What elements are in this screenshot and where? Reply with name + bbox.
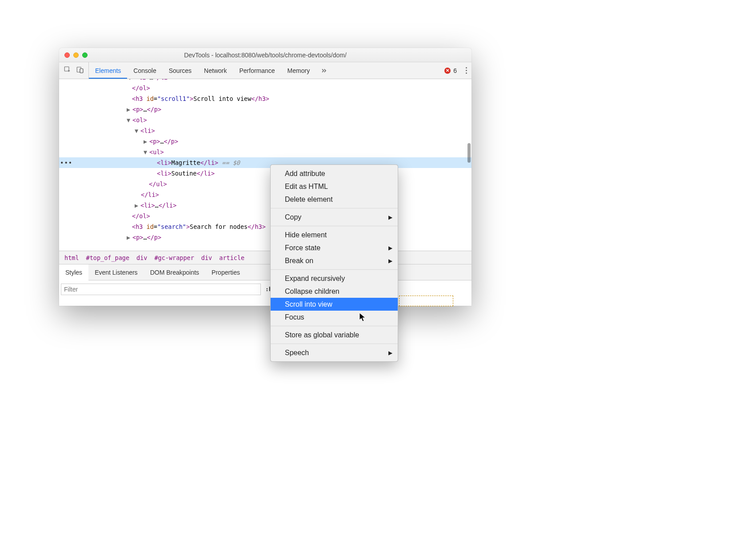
main-toolbar: Elements Console Sources Network Perform…: [59, 62, 471, 79]
crumb-top-of-page[interactable]: #top_of_page: [84, 253, 132, 262]
dom-line[interactable]: ▼<li>: [59, 125, 471, 136]
expand-arrow-icon[interactable]: ▼: [135, 125, 139, 136]
dom-line[interactable]: ▶<p>…</p>: [59, 104, 471, 115]
window-title: DevTools - localhost:8080/web/tools/chro…: [59, 52, 471, 59]
new-style-rule-hint[interactable]: [399, 296, 453, 306]
crumb-gc-wrapper[interactable]: #gc-wrapper: [152, 253, 196, 262]
zoom-icon[interactable]: [82, 52, 88, 58]
error-count-badge[interactable]: ✕ 6: [440, 62, 461, 79]
tab-elements[interactable]: Elements: [89, 62, 127, 79]
tab-memory[interactable]: Memory: [281, 62, 316, 79]
tab-console[interactable]: Console: [127, 62, 162, 79]
menu-item-delete-element[interactable]: Delete element: [271, 193, 398, 206]
menu-item-break-on[interactable]: Break on▶: [271, 254, 398, 267]
dom-line[interactable]: ▼<ol>: [59, 115, 471, 125]
toolbar-tabs: Elements Console Sources Network Perform…: [89, 62, 316, 79]
submenu-arrow-icon: ▶: [388, 258, 392, 264]
dom-line[interactable]: <li>Soutine</li>: [59, 168, 471, 179]
inspect-element-icon[interactable]: [64, 66, 72, 75]
more-tabs-icon[interactable]: [316, 62, 332, 79]
dom-breadcrumbs: html #top_of_page div #gc-wrapper div ar…: [59, 251, 471, 264]
menu-item-expand-recursively[interactable]: Expand recursively: [271, 272, 398, 285]
expand-arrow-icon[interactable]: ▶: [135, 200, 139, 211]
settings-menu-icon[interactable]: [461, 62, 471, 79]
subtab-properties[interactable]: Properties: [205, 264, 246, 280]
menu-item-edit-as-html[interactable]: Edit as HTML: [271, 180, 398, 193]
selected-line-gutter-icon: •••: [60, 157, 72, 168]
devtools-window: DevTools - localhost:8080/web/tools/chro…: [59, 48, 471, 306]
menu-item-focus[interactable]: Focus: [271, 311, 398, 324]
menu-item-scroll-into-view[interactable]: Scroll into view: [271, 298, 398, 311]
menu-item-force-state[interactable]: Force state▶: [271, 241, 398, 254]
dom-line[interactable]: <h3 id="search">Search for nodes</h3>: [59, 221, 471, 232]
dom-line[interactable]: </ol>: [59, 211, 471, 221]
subtab-event-listeners[interactable]: Event Listeners: [88, 264, 144, 280]
subtab-dom-breakpoints[interactable]: DOM Breakpoints: [144, 264, 205, 280]
dom-line[interactable]: </li>: [59, 189, 471, 200]
dom-line[interactable]: <h3 id="scroll1">Scroll into view</h3>: [59, 93, 471, 104]
submenu-arrow-icon: ▶: [388, 245, 392, 251]
menu-item-collapse-children[interactable]: Collapse children: [271, 285, 398, 298]
traffic-lights: [64, 52, 88, 58]
menu-separator: [271, 269, 398, 270]
subtab-styles[interactable]: Styles: [59, 264, 88, 280]
crumb-div-2[interactable]: div: [199, 253, 215, 262]
menu-item-add-attribute[interactable]: Add attribute: [271, 167, 398, 180]
dom-line[interactable]: ▶<p>…</p>: [59, 232, 471, 243]
error-icon: ✕: [444, 68, 451, 74]
expand-arrow-icon[interactable]: ▶: [127, 232, 131, 243]
menu-separator: [271, 344, 398, 344]
device-toolbar-icon[interactable]: [76, 66, 84, 75]
expand-arrow-icon[interactable]: ▶: [144, 136, 148, 147]
tab-network[interactable]: Network: [198, 62, 233, 79]
svg-rect-2: [80, 69, 83, 73]
dom-line[interactable]: ▶<p>…</p>: [59, 136, 471, 147]
crumb-div-1[interactable]: div: [134, 253, 150, 262]
scrollbar-thumb[interactable]: [467, 143, 471, 163]
crumb-article[interactable]: article: [216, 253, 247, 262]
crumb-html[interactable]: html: [62, 253, 82, 262]
toolbar-leading-tools: [59, 62, 89, 79]
menu-separator: [271, 208, 398, 208]
dom-line[interactable]: ▶<li>…</li>: [59, 200, 471, 211]
error-count: 6: [453, 67, 457, 74]
context-menu: Add attributeEdit as HTMLDelete elementC…: [270, 164, 398, 362]
expand-arrow-icon[interactable]: ▶: [127, 104, 131, 115]
dom-line[interactable]: ▶<li>…</li>: [59, 79, 471, 83]
dom-line[interactable]: ▼<ul>: [59, 147, 471, 157]
menu-item-store-as-global-variable[interactable]: Store as global variable: [271, 328, 398, 341]
menu-item-hide-element[interactable]: Hide element: [271, 228, 398, 241]
tab-sources[interactable]: Sources: [163, 62, 198, 79]
minimize-icon[interactable]: [73, 52, 79, 58]
expand-arrow-icon[interactable]: ▼: [127, 115, 131, 125]
close-icon[interactable]: [64, 52, 70, 58]
styles-filter-input[interactable]: [61, 284, 261, 295]
dom-line[interactable]: </ol>: [59, 83, 471, 93]
dom-line[interactable]: •••<li>Magritte</li> == $0: [59, 157, 471, 168]
tab-performance[interactable]: Performance: [233, 62, 281, 79]
submenu-arrow-icon: ▶: [388, 214, 392, 220]
expand-arrow-icon[interactable]: ▼: [144, 147, 148, 157]
elements-dom-tree[interactable]: ▶<li>…</li></ol><h3 id="scroll1">Scroll …: [59, 79, 471, 251]
dom-line[interactable]: </ul>: [59, 179, 471, 189]
menu-separator: [271, 226, 398, 226]
menu-separator: [271, 326, 398, 326]
menu-item-speech[interactable]: Speech▶: [271, 346, 398, 359]
submenu-arrow-icon: ▶: [388, 350, 392, 356]
styles-filter-row: :h: [59, 280, 471, 298]
titlebar: DevTools - localhost:8080/web/tools/chro…: [59, 48, 471, 62]
styles-pane-tabs: Styles Event Listeners DOM Breakpoints P…: [59, 264, 471, 280]
menu-item-copy[interactable]: Copy▶: [271, 211, 398, 224]
expand-arrow-icon[interactable]: ▶: [129, 79, 134, 83]
